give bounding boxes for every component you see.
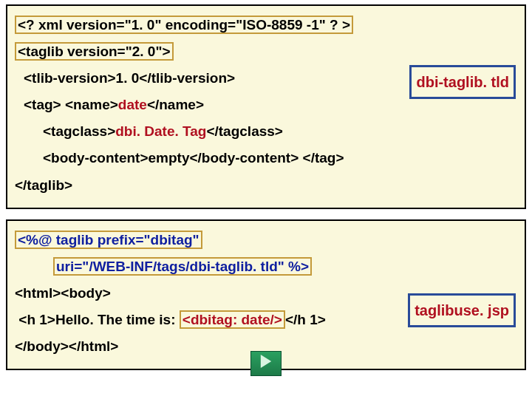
code-line: <body-content>empty</body-content> </tag… [15,145,517,171]
html-body-open: <html><body> [15,285,111,301]
code-line: <html><body> [15,280,517,307]
tagclass-open: <tagclass> [43,123,115,139]
tag-name-close: </name> [147,97,204,112]
code-block-jsp: taglibuse. jsp <%@ taglib prefix="dbitag… [6,219,526,370]
highlight-taglib-directive-2: uri="/WEB-INF/tags/dbi-taglib. tld" %> [53,257,312,276]
h1-close: </h 1> [285,312,326,327]
code-line: <tlib-version>1. 0</tlib-version> [15,65,517,92]
next-slide-button[interactable] [250,351,282,376]
code-line: <h 1>Hello. The time is: <dbitag: date/>… [15,307,517,333]
tlib-version: <tlib-version>1. 0</tlib-version> [24,70,235,86]
code-line: <tagclass>dbi. Date. Tag</tagclass> [15,118,517,145]
taglib-close: </taglib> [15,177,72,193]
code-line: uri="/WEB-INF/tags/dbi-taglib. tld" %> [15,253,517,280]
code-line: <tag> <name>date</name> [15,92,517,118]
highlight-xml-decl: <? xml version="1. 0" encoding="ISO-8859… [15,16,353,34]
html-body-close: </body></html> [15,338,118,354]
tagclass-value: dbi. Date. Tag [115,123,206,139]
tag-name-value: date [118,97,147,112]
code-line: <taglib version="2. 0"> [15,38,517,65]
highlight-dbitag-date: <dbitag: date/> [180,310,285,329]
tag-name-open: <tag> <name> [24,97,118,112]
code-line: <? xml version="1. 0" encoding="ISO-8859… [15,12,517,38]
play-icon [259,350,273,377]
h1-open: <h 1>Hello. The time is: [15,312,180,327]
code-block-tld: dbi-taglib. tld <? xml version="1. 0" en… [6,4,526,209]
highlight-taglib-open: <taglib version="2. 0"> [15,42,174,61]
code-line: <%@ taglib prefix="dbitag" [15,227,517,253]
code-line: </taglib> [15,172,517,199]
tagclass-close: </tagclass> [206,123,283,139]
body-content: <body-content>empty</body-content> </tag… [43,150,344,166]
highlight-taglib-directive-1: <%@ taglib prefix="dbitag" [15,231,202,249]
